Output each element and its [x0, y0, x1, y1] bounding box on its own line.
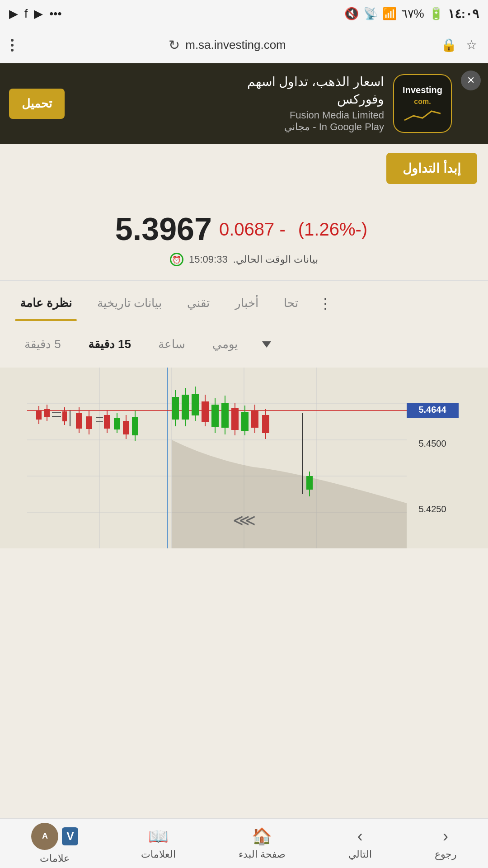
tabs-area: ⋮ تحا أخبار تقني بيانات تاريخية نظرة عام… — [0, 285, 488, 321]
nav-forward[interactable]: ‹ التالي — [348, 827, 372, 860]
more-icon: ••• — [49, 7, 61, 21]
candlestick-chart: 5.4644 5.4500 5.4250 ⋙ — [0, 368, 488, 548]
mute-icon: 🔇 — [344, 7, 359, 21]
price-change-percent: (-1.26%) — [298, 219, 367, 240]
tabs-row: ⋮ تحا أخبار تقني بيانات تاريخية نظرة عام… — [7, 285, 481, 321]
time-selector: يومي ساعة 15 دقيقة 5 دقيقة — [0, 321, 488, 368]
svg-text:5.4250: 5.4250 — [418, 504, 446, 514]
nav-home-label: صفحة البدء — [239, 849, 286, 860]
trade-button-area: إبدأ التداول — [0, 144, 488, 193]
wifi-icon: 📡 — [363, 7, 378, 21]
time-dropdown[interactable] — [251, 334, 282, 355]
tab-overview[interactable]: نظرة عامة — [7, 285, 84, 321]
dropdown-arrow-icon — [262, 341, 271, 348]
nav-back-label: رجوع — [435, 849, 457, 860]
time-hour[interactable]: ساعة — [145, 330, 199, 359]
trade-button[interactable]: إبدأ التداول — [386, 153, 477, 184]
home-icon: 🏠 — [252, 827, 272, 846]
status-bar: ١٤:٠٩ 🔋 %٦٧ 📶 📡 🔇 ••• ▶ f ▶ — [0, 0, 488, 27]
divider — [0, 280, 488, 281]
tab-analysis[interactable]: تحا — [271, 285, 311, 321]
tab-historical[interactable]: بيانات تاريخية — [84, 285, 174, 321]
ad-content: اسعار الذهب، تداول اسهم وفوركس Fusion Me… — [72, 74, 384, 133]
bottom-spacer — [0, 548, 488, 598]
price-change-value: - 0.0687 — [219, 219, 286, 240]
nav-bookmarks-label: العلامات — [141, 849, 176, 860]
battery-percent: %٦٧ — [401, 7, 424, 21]
video-icon: ▶ — [9, 7, 18, 21]
nav-flags-label: علامات — [40, 853, 70, 864]
ad-subtitle: وفوركس — [72, 92, 384, 107]
status-right: ••• ▶ f ▶ — [9, 7, 62, 21]
price-section: (-1.26%) - 0.0687 5.3967 بيانات الوقت ال… — [0, 193, 488, 275]
facebook-icon: f — [24, 7, 28, 21]
brand-icon: A — [31, 823, 58, 850]
refresh-icon[interactable]: ↻ — [169, 37, 180, 53]
signal-icon: 📶 — [382, 7, 397, 21]
lock-icon: 🔒 — [441, 38, 457, 52]
ad-source: Fusion Media Limited In Google Play - مج… — [72, 109, 384, 133]
ad-download-button[interactable]: تحميل — [9, 89, 65, 119]
price-main-value: 5.3967 — [115, 211, 212, 247]
tab-technical[interactable]: تقني — [174, 285, 222, 321]
timestamp-label: بيانات الوقت الحالي. — [233, 254, 318, 265]
time-15min[interactable]: 15 دقيقة — [75, 330, 145, 359]
bookmarks-icon: 📖 — [148, 827, 169, 846]
nav-forward-label: التالي — [348, 849, 372, 860]
ad-banner: ✕ Investing .com اسعار الذهب، تداول اسهم… — [0, 63, 488, 144]
nav-bookmarks[interactable]: 📖 العلامات — [141, 827, 176, 860]
youtube-icon: ▶ — [34, 7, 43, 21]
battery-icon: 🔋 — [429, 7, 443, 21]
back-icon: › — [443, 827, 448, 846]
nav-home[interactable]: 🏠 صفحة البدء — [239, 827, 286, 860]
status-time: ١٤:٠٩ — [448, 6, 479, 21]
nav-flags[interactable]: A V علامات — [31, 823, 78, 864]
time-5min[interactable]: 5 دقيقة — [11, 330, 75, 359]
price-timestamp: بيانات الوقت الحالي. 15:09:33 ⏰ — [11, 253, 477, 266]
browser-bar: ↻ m.sa.investing.com 🔒 ☆ — [0, 27, 488, 63]
status-left: ١٤:٠٩ 🔋 %٦٧ 📶 📡 🔇 — [344, 6, 479, 21]
ad-title: اسعار الذهب، تداول اسهم — [72, 74, 384, 89]
bookmark-icon[interactable]: ☆ — [466, 38, 477, 52]
bottom-nav: A V علامات 📖 العلامات 🏠 صفحة البدء ‹ الت… — [0, 818, 488, 868]
ad-chart-icon — [404, 109, 441, 123]
chart-area: 5.4644 5.4500 5.4250 ⋙ — [0, 368, 488, 548]
tab-news[interactable]: أخبار — [222, 285, 271, 321]
svg-text:5.4644: 5.4644 — [418, 405, 446, 415]
ad-logo: Investing .com — [393, 74, 452, 133]
clock-icon: ⏰ — [170, 253, 183, 266]
tabs-more-button[interactable]: ⋮ — [311, 286, 340, 321]
svg-text:5.4500: 5.4500 — [418, 439, 446, 448]
timestamp-value: 15:09:33 — [189, 254, 228, 265]
svg-text:⋙: ⋙ — [233, 511, 256, 529]
ad-logo-text: Investing .com — [403, 85, 442, 106]
v-badge: V — [62, 827, 78, 845]
url-display[interactable]: m.sa.investing.com — [185, 38, 286, 52]
time-daily[interactable]: يومي — [199, 330, 251, 359]
ad-close-button[interactable]: ✕ — [461, 71, 481, 90]
browser-url-area: ↻ m.sa.investing.com — [14, 37, 441, 53]
nav-back[interactable]: › رجوع — [435, 827, 457, 860]
forward-icon: ‹ — [357, 827, 363, 846]
browser-icons: 🔒 ☆ — [441, 38, 477, 52]
